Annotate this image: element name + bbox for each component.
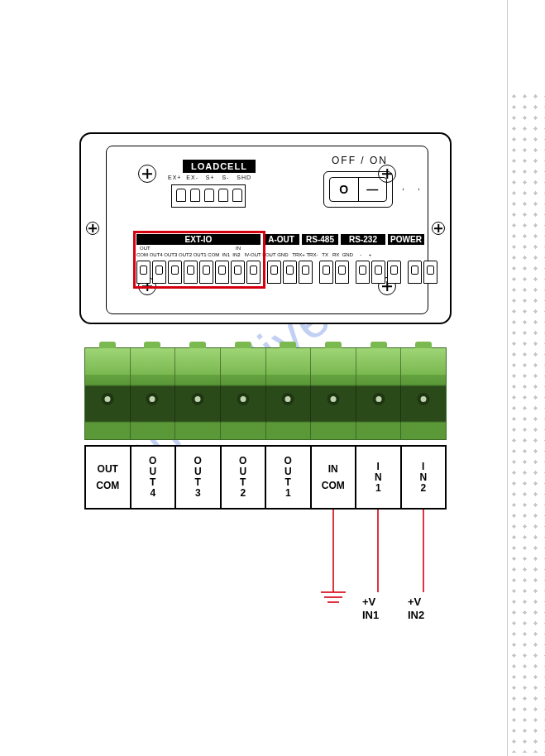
terminal-label-table: OUT COM OUT4 OUT3 OUT2 OUT1 IN COM IN1 I…	[84, 445, 447, 510]
label-out2: OUT2	[222, 447, 267, 508]
label-in1: IN1	[356, 447, 402, 508]
screw-icon	[432, 222, 445, 235]
label-out-com: OUT COM	[86, 447, 131, 508]
device-inner-panel: LOADCELL EX+ EX- S+ S- SHD OFF / ON O — …	[106, 146, 428, 314]
label-in-com: IN COM	[312, 447, 357, 508]
section-ext-io: EXT-IO	[136, 234, 261, 245]
section-labels-row: EXT-IO A-OUT RS-485 RS-232 POWER	[136, 234, 424, 245]
section-a-out: A-OUT	[263, 234, 299, 245]
extio-in-label: IN	[236, 246, 241, 251]
section-rs485: RS-485	[302, 234, 338, 245]
decorative-dots	[505, 91, 545, 753]
wiring-diagram	[84, 510, 447, 642]
label-out1: OUT1	[266, 447, 312, 508]
screw-icon	[86, 222, 99, 235]
pin-row-labels: COM OUT4 OUT3 OUT2 OUT1 COM IN1 IN2 IV-O…	[136, 252, 371, 257]
extio-out-label: OUT	[140, 246, 151, 251]
switch-label: OFF / ON	[332, 155, 388, 166]
switch-on-icon: —	[359, 178, 387, 201]
section-power: POWER	[388, 234, 424, 245]
wiring-label-in2: +VIN2	[408, 596, 424, 621]
terminal-row	[136, 261, 437, 284]
device-panel: LOADCELL EX+ EX- S+ S- SHD OFF / ON O — …	[79, 132, 452, 324]
label-out3: OUT3	[176, 447, 222, 508]
screw-icon	[138, 165, 156, 183]
loadcell-terminal-block	[171, 184, 246, 208]
section-rs232: RS-232	[341, 234, 385, 245]
power-switch: O —	[323, 171, 393, 208]
loadcell-label: LOADCELL	[183, 160, 256, 173]
hex-icon	[403, 181, 419, 198]
loadcell-pin-labels: EX+ EX- S+ S- SHD	[168, 175, 251, 180]
wiring-label-in1: +VIN1	[362, 596, 379, 621]
label-in2: IN2	[402, 447, 446, 508]
page-content: manualslive.com LOADCELL EX+ EX- S+ S- S…	[0, 0, 508, 756]
green-terminal-block	[84, 347, 447, 440]
label-out4: OUT4	[131, 447, 177, 508]
switch-off-icon: O	[330, 178, 359, 201]
